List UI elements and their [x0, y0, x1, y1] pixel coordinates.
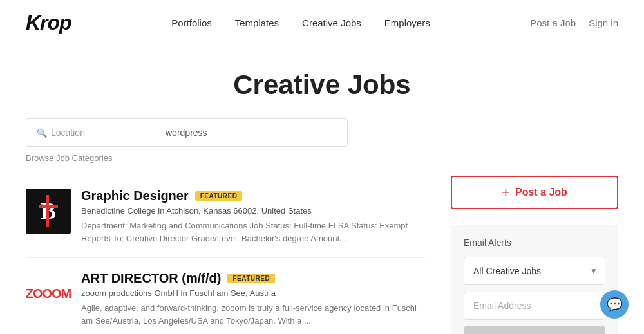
zooom-logo-text: ZOOOM	[26, 286, 71, 301]
chat-bubble[interactable]: 💬	[600, 290, 629, 319]
featured-badge: FEATURED	[195, 191, 243, 201]
sidebar: + Post a Job Email Alerts All Creative J…	[451, 176, 618, 334]
email-alerts-box: Email Alerts All Creative Jobs ▼ Subscri…	[451, 225, 618, 334]
main-page: Creative Jobs 🔍 Location Browse Job Cate…	[0, 70, 644, 334]
logo[interactable]: Krop	[26, 11, 71, 35]
chat-icon: 💬	[607, 297, 623, 312]
table-row: ZOOOM ART DIRECTOR (m/f/d) FEATURED zooo…	[26, 258, 425, 334]
email-alerts-title: Email Alerts	[464, 237, 605, 248]
plus-icon: +	[502, 184, 510, 201]
post-a-job-button[interactable]: + Post a Job	[451, 176, 618, 209]
nav-links: Portfolios Templates Creative Jobs Emplo…	[171, 17, 430, 28]
benedictine-logo: B	[26, 189, 71, 234]
navbar: Krop Portfolios Templates Creative Jobs …	[0, 0, 644, 46]
job-company: Benedictine College in Atchison, Kansas …	[81, 206, 425, 216]
page-title: Creative Jobs	[26, 70, 618, 100]
nav-creative-jobs[interactable]: Creative Jobs	[302, 17, 361, 28]
nav-templates[interactable]: Templates	[235, 17, 279, 28]
location-field[interactable]: 🔍 Location	[26, 119, 155, 146]
sign-in-button[interactable]: Sign in	[589, 17, 618, 28]
job-company: zooom productions GmbH in Fuschl am See,…	[81, 288, 425, 298]
cross-vertical	[46, 195, 49, 227]
job-title-row: Graphic Designer FEATURED	[81, 189, 425, 203]
post-a-job-label: Post a Job	[515, 187, 567, 198]
zooom-logo: ZOOOM	[26, 271, 71, 316]
job-description: Agile, adaptive, and forward-thinking, z…	[81, 302, 425, 327]
subscribe-button[interactable]: Subscribe	[464, 326, 605, 334]
browse-job-categories-link[interactable]: Browse Job Categories	[26, 153, 618, 163]
search-bar: 🔍 Location	[26, 118, 348, 147]
search-icon: 🔍	[37, 128, 47, 138]
job-info-graphic-designer: Graphic Designer FEATURED Benedictine Co…	[81, 189, 425, 245]
cross-horizontal	[39, 205, 58, 208]
job-description: Department: Marketing and Communications…	[81, 219, 425, 245]
nav-actions: Post a Job Sign in	[530, 17, 618, 28]
post-a-job-nav-button[interactable]: Post a Job	[530, 17, 576, 28]
email-input[interactable]	[464, 292, 605, 320]
content-layout: B Graphic Designer FEATURED Benedictine …	[26, 176, 618, 334]
job-title-row: ART DIRECTOR (m/f/d) FEATURED	[81, 271, 425, 286]
nav-employers[interactable]: Employers	[384, 17, 430, 28]
job-title[interactable]: ART DIRECTOR (m/f/d)	[81, 271, 221, 286]
location-placeholder: Location	[51, 127, 85, 138]
table-row: B Graphic Designer FEATURED Benedictine …	[26, 176, 425, 258]
job-type-select[interactable]: All Creative Jobs	[464, 257, 605, 285]
job-type-select-wrapper: All Creative Jobs ▼	[464, 257, 605, 285]
keyword-input[interactable]	[155, 119, 347, 146]
job-info-art-director: ART DIRECTOR (m/f/d) FEATURED zooom prod…	[81, 271, 425, 327]
job-title[interactable]: Graphic Designer	[81, 189, 189, 203]
featured-badge: FEATURED	[227, 274, 275, 283]
nav-portfolios[interactable]: Portfolios	[171, 17, 212, 28]
jobs-list: B Graphic Designer FEATURED Benedictine …	[26, 176, 425, 334]
